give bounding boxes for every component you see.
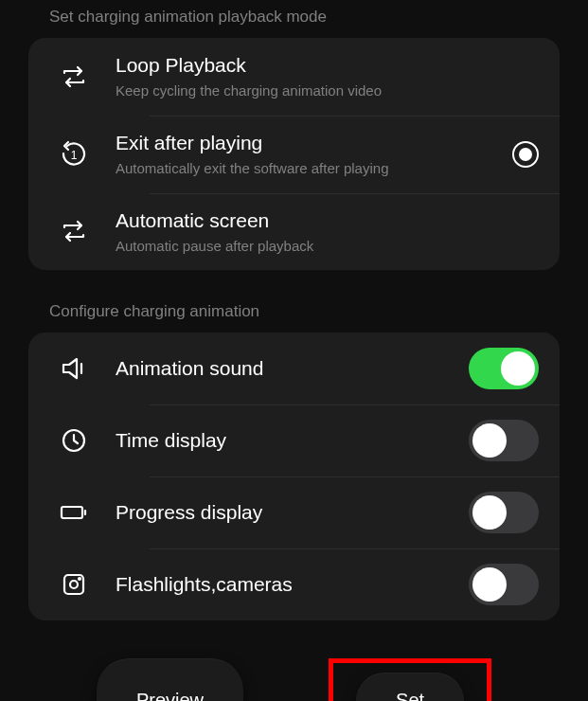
option-subtitle: Automatic pause after playback: [116, 237, 539, 256]
preview-button[interactable]: Preview: [97, 658, 243, 701]
sound-icon: [49, 356, 98, 381]
option-title: Automatic screen: [116, 208, 539, 233]
toggle-switch[interactable]: [469, 420, 539, 461]
button-row: Preview Set: [28, 658, 560, 701]
toggle-title: Flashlights,cameras: [116, 572, 469, 597]
toggle-title: Animation sound: [116, 356, 469, 381]
option-subtitle: Automatically exit the software after pl…: [116, 159, 512, 178]
play-once-icon: 1: [49, 140, 98, 169]
svg-rect-2: [62, 507, 82, 518]
loop-icon: [49, 220, 98, 243]
option-loop-playback[interactable]: Loop Playback Keep cycling the charging …: [28, 38, 560, 116]
playback-mode-card: Loop Playback Keep cycling the charging …: [28, 38, 560, 270]
toggle-switch[interactable]: [469, 564, 539, 605]
toggle-animation-sound: Animation sound: [28, 333, 560, 404]
toggle-progress-display: Progress display: [28, 476, 560, 548]
clock-icon: [49, 428, 98, 453]
toggle-switch[interactable]: [469, 492, 539, 533]
camera-icon: [49, 572, 98, 597]
configure-header: Configure charging animation: [28, 295, 560, 333]
svg-text:1: 1: [71, 149, 78, 162]
radio-selected[interactable]: [512, 141, 539, 168]
loop-icon: [49, 65, 98, 88]
toggle-title: Progress display: [116, 500, 469, 525]
playback-mode-header: Set charging animation playback mode: [28, 0, 560, 38]
battery-icon: [49, 504, 98, 521]
toggle-title: Time display: [116, 428, 469, 453]
toggle-flashlights-cameras: Flashlights,cameras: [28, 548, 560, 620]
option-title: Loop Playback: [116, 53, 539, 78]
svg-point-4: [70, 581, 78, 588]
toggle-time-display: Time display: [28, 404, 560, 476]
option-title: Exit after playing: [116, 131, 512, 155]
toggle-switch[interactable]: [469, 348, 539, 389]
set-button[interactable]: Set: [356, 673, 464, 701]
option-automatic-screen[interactable]: Automatic screen Automatic pause after p…: [28, 193, 560, 271]
option-exit-after-playing[interactable]: 1 Exit after playing Automatically exit …: [28, 116, 560, 193]
svg-point-5: [79, 578, 80, 580]
set-button-highlight: Set: [329, 658, 491, 701]
configure-card: Animation sound Time display Progress di…: [28, 333, 560, 620]
option-subtitle: Keep cycling the charging animation vide…: [116, 81, 539, 100]
